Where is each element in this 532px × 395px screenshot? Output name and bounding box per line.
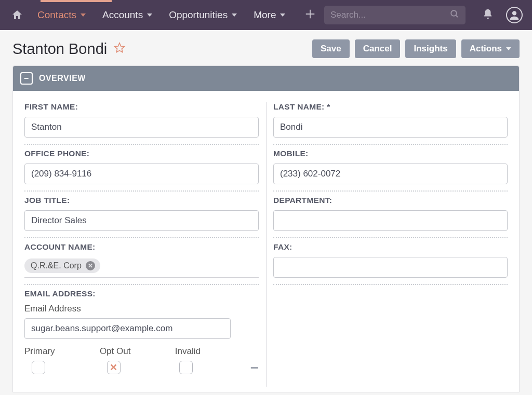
nav-item-opportunities[interactable]: Opportunities <box>162 0 244 30</box>
actions-label: Actions <box>470 44 502 54</box>
field-fax: FAX: <box>273 242 508 285</box>
fax-input[interactable] <box>273 257 508 278</box>
global-search[interactable] <box>324 6 466 24</box>
field-department: DEPARTMENT: <box>273 196 508 238</box>
field-label: DEPARTMENT: <box>273 196 508 205</box>
email-sublabel: Email Address <box>24 304 259 314</box>
search-icon[interactable] <box>450 9 459 21</box>
nav-item-more[interactable]: More <box>246 0 292 30</box>
field-last-name: LAST NAME: * <box>273 102 508 145</box>
chevron-down-icon <box>147 13 152 17</box>
field-mobile: MOBILE: <box>273 149 508 192</box>
search-input[interactable] <box>330 10 450 20</box>
field-label: FIRST NAME: <box>24 102 259 112</box>
field-label: JOB TITLE: <box>24 196 259 205</box>
field-label: OFFICE PHONE: <box>24 149 259 158</box>
invalid-checkbox[interactable] <box>179 361 193 374</box>
chevron-down-icon <box>81 13 86 17</box>
svg-line-1 <box>456 15 458 17</box>
field-label: ACCOUNT NAME: <box>24 242 259 252</box>
svg-marker-3 <box>115 43 125 52</box>
field-account-name: ACCOUNT NAME: Q.R.&E. Corp ✕ <box>24 242 259 285</box>
field-label: EMAIL ADDRESS: <box>24 289 259 298</box>
email-input[interactable] <box>24 318 231 339</box>
field-label: LAST NAME: * <box>273 102 508 112</box>
check-label: Primary <box>24 346 55 357</box>
title-row: Stanton Bondi Save Cancel Insights Actio… <box>0 30 532 65</box>
check-label: Opt Out <box>100 346 131 357</box>
quick-create-icon[interactable] <box>299 7 321 23</box>
field-first-name: FIRST NAME: <box>24 102 259 145</box>
chevron-down-icon <box>232 13 237 17</box>
nav-item-accounts[interactable]: Accounts <box>95 0 159 30</box>
tag-label: Q.R.&E. Corp <box>31 261 82 270</box>
field-job-title: JOB TITLE: <box>24 196 259 238</box>
account-tag: Q.R.&E. Corp ✕ <box>24 258 100 273</box>
field-email: EMAIL ADDRESS: Email Address Primary Opt… <box>24 289 259 383</box>
check-label: Invalid <box>175 346 201 357</box>
check-invalid: Invalid <box>175 346 246 374</box>
office-phone-input[interactable] <box>24 164 259 184</box>
nav-label: Accounts <box>102 9 143 21</box>
collapse-toggle[interactable]: – <box>20 72 33 85</box>
nav-label: More <box>254 9 276 21</box>
active-tab-accent <box>41 0 112 2</box>
first-name-input[interactable] <box>24 117 259 138</box>
page-title: Stanton Bondi <box>12 40 107 58</box>
actions-dropdown[interactable]: Actions <box>461 39 520 58</box>
notifications-icon[interactable] <box>482 8 494 22</box>
account-tag-row[interactable]: Q.R.&E. Corp ✕ <box>24 257 259 278</box>
panel-header: – OVERVIEW <box>13 66 519 91</box>
column-divider <box>266 102 267 387</box>
cancel-button[interactable]: Cancel <box>355 39 401 58</box>
empty-cell <box>273 289 508 387</box>
email-check-row: Primary Opt Out ✕ Invalid − <box>24 346 259 376</box>
user-avatar[interactable] <box>506 7 523 23</box>
last-name-input[interactable] <box>273 117 508 138</box>
job-title-input[interactable] <box>24 210 259 231</box>
nav-label: Contacts <box>37 9 76 21</box>
top-navbar: Contacts Accounts Opportunities More <box>0 0 532 30</box>
home-icon[interactable] <box>9 7 25 23</box>
check-optout: Opt Out ✕ <box>100 346 171 374</box>
panel-body: FIRST NAME: LAST NAME: * OFFICE PHONE: M… <box>13 91 519 392</box>
mobile-input[interactable] <box>273 164 508 184</box>
remove-tag-icon[interactable]: ✕ <box>86 261 95 270</box>
svg-point-0 <box>451 10 457 16</box>
field-office-phone: OFFICE PHONE: <box>24 149 259 192</box>
field-label: FAX: <box>273 242 508 252</box>
favorite-star-icon[interactable] <box>113 42 126 56</box>
panel-title: OVERVIEW <box>39 74 86 83</box>
optout-checkbox[interactable]: ✕ <box>107 361 121 374</box>
save-button[interactable]: Save <box>312 39 350 58</box>
insights-button[interactable]: Insights <box>405 39 456 58</box>
nav-links: Contacts Accounts Opportunities More <box>30 0 292 30</box>
nav-item-contacts[interactable]: Contacts <box>30 0 93 30</box>
remove-email-icon[interactable]: − <box>250 360 259 376</box>
department-input[interactable] <box>273 210 508 231</box>
primary-checkbox[interactable] <box>32 361 45 374</box>
action-buttons: Save Cancel Insights Actions <box>312 39 520 58</box>
chevron-down-icon <box>280 13 285 17</box>
chevron-down-icon <box>506 47 511 50</box>
svg-point-2 <box>512 11 516 15</box>
check-primary: Primary <box>24 346 96 374</box>
nav-label: Opportunities <box>169 9 228 21</box>
field-label: MOBILE: <box>273 149 508 158</box>
overview-panel: – OVERVIEW FIRST NAME: LAST NAME: * OFFI… <box>12 65 520 392</box>
